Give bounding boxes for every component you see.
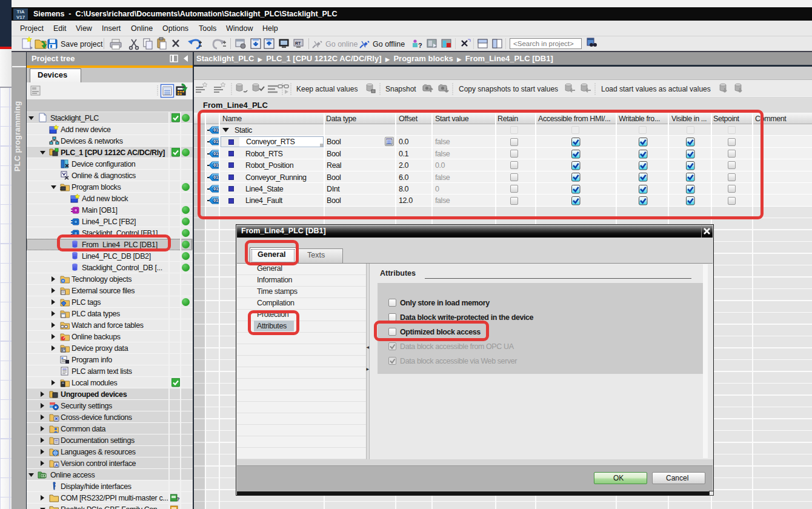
svg-text:Load start values as actual va: Load start values as actual values <box>601 85 711 93</box>
svg-text:A: A <box>55 462 59 468</box>
svg-text:?: ? <box>176 496 180 502</box>
svg-text:Go online: Go online <box>325 40 358 48</box>
svg-text:RT: RT <box>295 41 301 45</box>
svg-text:Keep actual values: Keep actual values <box>296 85 358 93</box>
svg-text:Copy snapshots to start values: Copy snapshots to start values <box>459 85 558 93</box>
svg-text:Save project: Save project <box>61 40 103 48</box>
svg-text:Go offline: Go offline <box>373 40 405 48</box>
svg-text:Snapshot: Snapshot <box>385 85 416 93</box>
svg-text:?: ? <box>418 42 422 49</box>
